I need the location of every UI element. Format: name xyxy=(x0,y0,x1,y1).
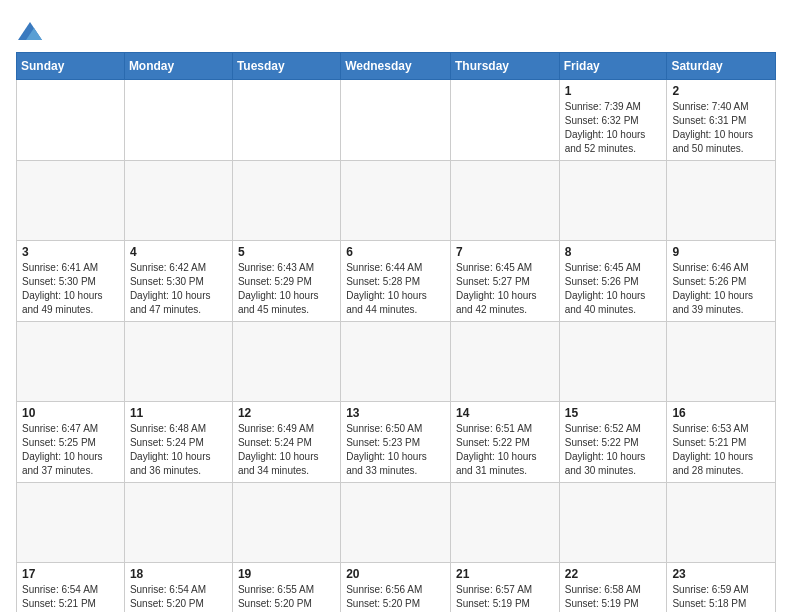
day-number: 6 xyxy=(346,245,445,259)
calendar-cell: 13Sunrise: 6:50 AM Sunset: 5:23 PM Dayli… xyxy=(341,402,451,483)
day-number: 12 xyxy=(238,406,335,420)
calendar-header-monday: Monday xyxy=(124,53,232,80)
calendar-cell xyxy=(450,80,559,161)
calendar-cell: 5Sunrise: 6:43 AM Sunset: 5:29 PM Daylig… xyxy=(232,241,340,322)
day-number: 7 xyxy=(456,245,554,259)
calendar-cell: 7Sunrise: 6:45 AM Sunset: 5:27 PM Daylig… xyxy=(450,241,559,322)
day-info: Sunrise: 6:56 AM Sunset: 5:20 PM Dayligh… xyxy=(346,583,445,612)
calendar-header-sunday: Sunday xyxy=(17,53,125,80)
calendar-header-wednesday: Wednesday xyxy=(341,53,451,80)
day-info: Sunrise: 6:43 AM Sunset: 5:29 PM Dayligh… xyxy=(238,261,335,317)
day-info: Sunrise: 7:39 AM Sunset: 6:32 PM Dayligh… xyxy=(565,100,662,156)
day-number: 16 xyxy=(672,406,770,420)
day-number: 1 xyxy=(565,84,662,98)
calendar-cell: 18Sunrise: 6:54 AM Sunset: 5:20 PM Dayli… xyxy=(124,563,232,613)
day-info: Sunrise: 6:42 AM Sunset: 5:30 PM Dayligh… xyxy=(130,261,227,317)
day-info: Sunrise: 6:58 AM Sunset: 5:19 PM Dayligh… xyxy=(565,583,662,612)
day-info: Sunrise: 6:57 AM Sunset: 5:19 PM Dayligh… xyxy=(456,583,554,612)
week-separator xyxy=(17,483,776,563)
calendar-cell: 6Sunrise: 6:44 AM Sunset: 5:28 PM Daylig… xyxy=(341,241,451,322)
day-number: 8 xyxy=(565,245,662,259)
day-info: Sunrise: 6:48 AM Sunset: 5:24 PM Dayligh… xyxy=(130,422,227,478)
calendar-cell xyxy=(124,80,232,161)
week-separator xyxy=(17,161,776,241)
calendar-week-3: 10Sunrise: 6:47 AM Sunset: 5:25 PM Dayli… xyxy=(17,402,776,483)
calendar-week-1: 1Sunrise: 7:39 AM Sunset: 6:32 PM Daylig… xyxy=(17,80,776,161)
day-info: Sunrise: 6:46 AM Sunset: 5:26 PM Dayligh… xyxy=(672,261,770,317)
day-number: 10 xyxy=(22,406,119,420)
calendar-cell: 8Sunrise: 6:45 AM Sunset: 5:26 PM Daylig… xyxy=(559,241,667,322)
day-number: 22 xyxy=(565,567,662,581)
calendar-header-thursday: Thursday xyxy=(450,53,559,80)
calendar-cell: 1Sunrise: 7:39 AM Sunset: 6:32 PM Daylig… xyxy=(559,80,667,161)
calendar-cell: 12Sunrise: 6:49 AM Sunset: 5:24 PM Dayli… xyxy=(232,402,340,483)
day-info: Sunrise: 6:45 AM Sunset: 5:26 PM Dayligh… xyxy=(565,261,662,317)
day-number: 5 xyxy=(238,245,335,259)
calendar-header-row: SundayMondayTuesdayWednesdayThursdayFrid… xyxy=(17,53,776,80)
calendar-cell: 15Sunrise: 6:52 AM Sunset: 5:22 PM Dayli… xyxy=(559,402,667,483)
day-info: Sunrise: 6:53 AM Sunset: 5:21 PM Dayligh… xyxy=(672,422,770,478)
week-separator xyxy=(17,322,776,402)
day-info: Sunrise: 6:52 AM Sunset: 5:22 PM Dayligh… xyxy=(565,422,662,478)
calendar-cell: 22Sunrise: 6:58 AM Sunset: 5:19 PM Dayli… xyxy=(559,563,667,613)
calendar-week-4: 17Sunrise: 6:54 AM Sunset: 5:21 PM Dayli… xyxy=(17,563,776,613)
day-info: Sunrise: 6:50 AM Sunset: 5:23 PM Dayligh… xyxy=(346,422,445,478)
header xyxy=(16,16,776,44)
calendar-header-friday: Friday xyxy=(559,53,667,80)
calendar-cell: 20Sunrise: 6:56 AM Sunset: 5:20 PM Dayli… xyxy=(341,563,451,613)
day-info: Sunrise: 6:45 AM Sunset: 5:27 PM Dayligh… xyxy=(456,261,554,317)
day-info: Sunrise: 6:51 AM Sunset: 5:22 PM Dayligh… xyxy=(456,422,554,478)
calendar-cell: 16Sunrise: 6:53 AM Sunset: 5:21 PM Dayli… xyxy=(667,402,776,483)
calendar-cell xyxy=(232,80,340,161)
day-number: 3 xyxy=(22,245,119,259)
logo-icon xyxy=(16,20,44,44)
day-number: 11 xyxy=(130,406,227,420)
calendar-cell: 19Sunrise: 6:55 AM Sunset: 5:20 PM Dayli… xyxy=(232,563,340,613)
logo xyxy=(16,20,48,44)
calendar-week-2: 3Sunrise: 6:41 AM Sunset: 5:30 PM Daylig… xyxy=(17,241,776,322)
day-info: Sunrise: 6:54 AM Sunset: 5:20 PM Dayligh… xyxy=(130,583,227,612)
day-number: 13 xyxy=(346,406,445,420)
day-number: 4 xyxy=(130,245,227,259)
day-info: Sunrise: 6:55 AM Sunset: 5:20 PM Dayligh… xyxy=(238,583,335,612)
day-number: 21 xyxy=(456,567,554,581)
calendar-cell xyxy=(17,80,125,161)
day-info: Sunrise: 6:59 AM Sunset: 5:18 PM Dayligh… xyxy=(672,583,770,612)
day-info: Sunrise: 6:44 AM Sunset: 5:28 PM Dayligh… xyxy=(346,261,445,317)
day-number: 14 xyxy=(456,406,554,420)
day-number: 15 xyxy=(565,406,662,420)
day-number: 23 xyxy=(672,567,770,581)
day-number: 9 xyxy=(672,245,770,259)
day-number: 19 xyxy=(238,567,335,581)
calendar-cell: 10Sunrise: 6:47 AM Sunset: 5:25 PM Dayli… xyxy=(17,402,125,483)
day-info: Sunrise: 6:47 AM Sunset: 5:25 PM Dayligh… xyxy=(22,422,119,478)
calendar-header-saturday: Saturday xyxy=(667,53,776,80)
calendar-cell: 9Sunrise: 6:46 AM Sunset: 5:26 PM Daylig… xyxy=(667,241,776,322)
calendar-cell: 21Sunrise: 6:57 AM Sunset: 5:19 PM Dayli… xyxy=(450,563,559,613)
day-info: Sunrise: 6:41 AM Sunset: 5:30 PM Dayligh… xyxy=(22,261,119,317)
calendar-cell: 14Sunrise: 6:51 AM Sunset: 5:22 PM Dayli… xyxy=(450,402,559,483)
calendar-cell: 3Sunrise: 6:41 AM Sunset: 5:30 PM Daylig… xyxy=(17,241,125,322)
calendar-cell: 2Sunrise: 7:40 AM Sunset: 6:31 PM Daylig… xyxy=(667,80,776,161)
calendar-cell: 17Sunrise: 6:54 AM Sunset: 5:21 PM Dayli… xyxy=(17,563,125,613)
day-info: Sunrise: 6:54 AM Sunset: 5:21 PM Dayligh… xyxy=(22,583,119,612)
day-number: 18 xyxy=(130,567,227,581)
day-number: 20 xyxy=(346,567,445,581)
calendar-header-tuesday: Tuesday xyxy=(232,53,340,80)
calendar-table: SundayMondayTuesdayWednesdayThursdayFrid… xyxy=(16,52,776,612)
day-number: 2 xyxy=(672,84,770,98)
calendar-cell: 11Sunrise: 6:48 AM Sunset: 5:24 PM Dayli… xyxy=(124,402,232,483)
calendar-cell: 4Sunrise: 6:42 AM Sunset: 5:30 PM Daylig… xyxy=(124,241,232,322)
day-info: Sunrise: 7:40 AM Sunset: 6:31 PM Dayligh… xyxy=(672,100,770,156)
day-info: Sunrise: 6:49 AM Sunset: 5:24 PM Dayligh… xyxy=(238,422,335,478)
day-number: 17 xyxy=(22,567,119,581)
calendar-cell xyxy=(341,80,451,161)
calendar-cell: 23Sunrise: 6:59 AM Sunset: 5:18 PM Dayli… xyxy=(667,563,776,613)
